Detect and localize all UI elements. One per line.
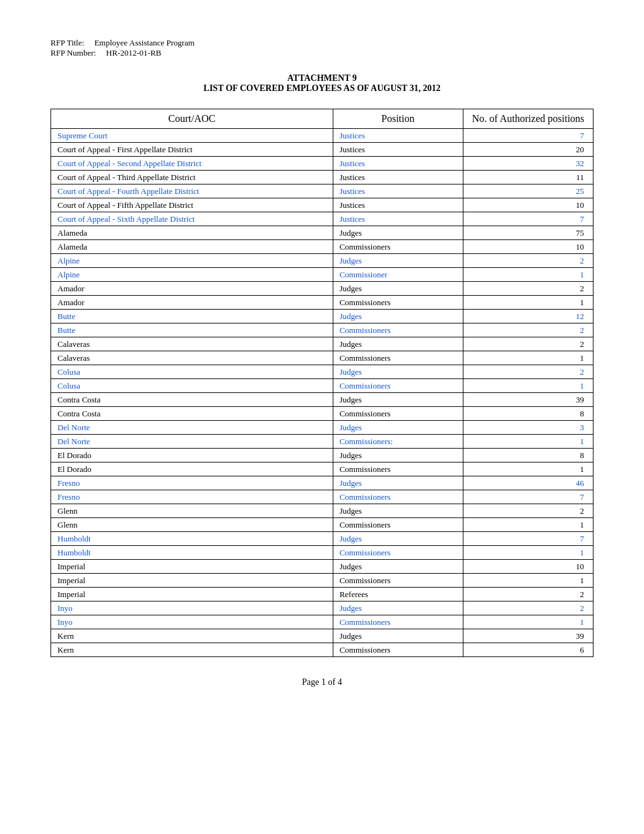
table-row: Court of Appeal - Fourth Appellate Distr…: [51, 184, 593, 198]
table-row: KernCommissioners6: [51, 643, 593, 657]
cell-position: Justices: [333, 171, 463, 184]
title-line2: LIST OF COVERED EMPLOYEES AS OF AUGUST 3…: [51, 83, 593, 94]
table-row: Contra CostaCommissioners8: [51, 407, 593, 421]
cell-position: Commissioners: [333, 296, 463, 310]
cell-position: Judges: [333, 365, 463, 379]
cell-position: Commissioner: [333, 268, 463, 282]
cell-position: Commissioners: [333, 546, 463, 560]
cell-count: 1: [463, 546, 593, 560]
cell-court: Colusa: [51, 379, 333, 393]
cell-court: Alpine: [51, 268, 333, 282]
rfp-title-value: Employee Assistance Program: [94, 38, 194, 48]
table-header-row: Court/AOC Position No. of Authorized pos…: [51, 109, 593, 129]
table-row: FresnoCommissioners7: [51, 490, 593, 504]
table-row: Court of Appeal - First Appellate Distri…: [51, 143, 593, 157]
title-block: ATTACHMENT 9 LIST OF COVERED EMPLOYEES A…: [51, 73, 593, 94]
cell-count: 2: [463, 504, 593, 518]
meta-rfp-title-line: RFP Title: Employee Assistance Program: [51, 38, 593, 48]
table-row: ImperialCommissioners1: [51, 574, 593, 588]
cell-count: 6: [463, 643, 593, 657]
title-line1: ATTACHMENT 9: [51, 73, 593, 83]
cell-count: 1: [463, 351, 593, 365]
cell-count: 1: [463, 268, 593, 282]
cell-court: Court of Appeal - Fourth Appellate Distr…: [51, 184, 333, 198]
cell-count: 7: [463, 490, 593, 504]
cell-count: 7: [463, 129, 593, 143]
table-row: ButteCommissioners2: [51, 323, 593, 337]
cell-count: 1: [463, 296, 593, 310]
page-footer: Page 1 of 4: [51, 677, 593, 687]
cell-position: Judges: [333, 504, 463, 518]
cell-count: 2: [463, 588, 593, 601]
cell-court: Kern: [51, 629, 333, 643]
cell-position: Judges: [333, 629, 463, 643]
cell-count: 2: [463, 365, 593, 379]
cell-court: Court of Appeal - Third Appellate Distri…: [51, 171, 333, 184]
cell-count: 2: [463, 601, 593, 615]
table-row: FresnoJudges46: [51, 476, 593, 490]
cell-count: 2: [463, 337, 593, 351]
cell-position: Justices: [333, 184, 463, 198]
cell-court: El Dorado: [51, 449, 333, 462]
cell-position: Justices: [333, 157, 463, 171]
table-row: InyoCommissioners1: [51, 615, 593, 629]
table-row: AmadorJudges2: [51, 282, 593, 296]
cell-count: 8: [463, 449, 593, 462]
cell-count: 32: [463, 157, 593, 171]
cell-court: Humboldt: [51, 532, 333, 546]
cell-court: Glenn: [51, 504, 333, 518]
cell-position: Commissioners: [333, 518, 463, 532]
cell-court: Court of Appeal - First Appellate Distri…: [51, 143, 333, 157]
cell-position: Judges: [333, 310, 463, 323]
cell-position: Commissioners: [333, 379, 463, 393]
cell-position: Judges: [333, 476, 463, 490]
cell-count: 25: [463, 184, 593, 198]
cell-count: 1: [463, 379, 593, 393]
cell-court: Amador: [51, 296, 333, 310]
table-row: KernJudges39: [51, 629, 593, 643]
table-row: ImperialJudges10: [51, 560, 593, 574]
cell-position: Justices: [333, 129, 463, 143]
table-row: ButteJudges12: [51, 310, 593, 323]
table-row: HumboldtJudges7: [51, 532, 593, 546]
cell-position: Judges: [333, 560, 463, 574]
rfp-number-value: HR-2012-01-RB: [106, 48, 161, 58]
cell-court: Calaveras: [51, 351, 333, 365]
table-row: HumboldtCommissioners1: [51, 546, 593, 560]
cell-count: 10: [463, 198, 593, 212]
cell-count: 11: [463, 171, 593, 184]
table-row: AlpineJudges2: [51, 254, 593, 268]
cell-court: Imperial: [51, 574, 333, 588]
covered-employees-table: Court/AOC Position No. of Authorized pos…: [51, 109, 593, 657]
meta-block: RFP Title: Employee Assistance Program R…: [51, 38, 593, 58]
cell-position: Commissioners: [333, 462, 463, 476]
table-row: AlamedaJudges75: [51, 226, 593, 240]
table-row: InyoJudges2: [51, 601, 593, 615]
cell-count: 39: [463, 629, 593, 643]
table-row: GlennJudges2: [51, 504, 593, 518]
cell-position: Commissioners: [333, 490, 463, 504]
cell-court: Colusa: [51, 365, 333, 379]
col-header-position: Position: [333, 109, 463, 129]
cell-court: Humboldt: [51, 546, 333, 560]
table-row: AlpineCommissioner1: [51, 268, 593, 282]
col-header-court: Court/AOC: [51, 109, 333, 129]
cell-court: Inyo: [51, 615, 333, 629]
cell-court: Del Norte: [51, 421, 333, 435]
table-row: GlennCommissioners1: [51, 518, 593, 532]
cell-court: Contra Costa: [51, 393, 333, 407]
cell-court: Glenn: [51, 518, 333, 532]
cell-court: Court of Appeal - Sixth Appellate Distri…: [51, 212, 333, 226]
cell-count: 10: [463, 560, 593, 574]
cell-position: Judges: [333, 421, 463, 435]
cell-count: 1: [463, 518, 593, 532]
cell-count: 1: [463, 574, 593, 588]
cell-position: Judges: [333, 449, 463, 462]
table-row: Contra CostaJudges39: [51, 393, 593, 407]
table-row: Del NorteJudges3: [51, 421, 593, 435]
cell-count: 1: [463, 435, 593, 449]
table-row: Court of Appeal - Sixth Appellate Distri…: [51, 212, 593, 226]
table-row: AlamedaCommissioners10: [51, 240, 593, 254]
cell-count: 7: [463, 212, 593, 226]
cell-position: Judges: [333, 337, 463, 351]
